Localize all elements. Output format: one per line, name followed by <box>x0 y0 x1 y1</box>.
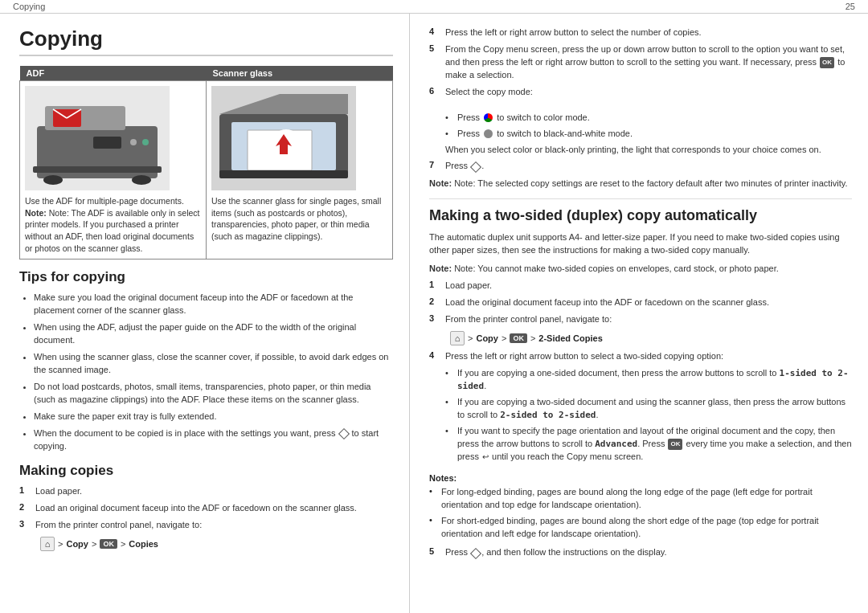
duplex-intro: The automatic duplex unit supports A4- a… <box>429 231 852 257</box>
duplex-step4: 4 Press the left or right arrow button t… <box>429 350 852 467</box>
top-bar-right: 25 <box>845 2 855 11</box>
duplex-home-icon: ⌂ <box>450 331 465 345</box>
duplex-title: Making a two-sided (duplex) copy automat… <box>429 207 852 224</box>
ok-badge-step5: OK <box>820 57 834 68</box>
making-copies-title: Making copies <box>19 463 393 479</box>
left-column: Copying ADF Scanner glass <box>0 14 410 613</box>
duplex-nav-path: ⌂ > Copy > OK > 2-Sided Copies <box>429 331 852 345</box>
diamond-icon-duplex-step5 <box>470 547 481 558</box>
right-step6: 6 Select the copy mode: • Press to switc… <box>429 86 852 157</box>
diamond-icon-tip <box>338 428 349 439</box>
col1-caption: Use the ADF for multiple-page documents. <box>25 195 201 207</box>
tips-list: Make sure you load the original document… <box>19 292 393 452</box>
output-tray <box>33 166 162 173</box>
right-column: 4 Press the left or right arrow button t… <box>410 14 868 613</box>
tip-1: Make sure you load the original document… <box>34 292 393 317</box>
step6-bullet2: • Press to switch to black-and-white mod… <box>445 128 852 141</box>
page-title: Copying <box>19 27 393 56</box>
right-step5: 5 From the Copy menu screen, press the u… <box>429 43 852 82</box>
ctrl-dot1 <box>130 139 137 145</box>
page-container: Copying 25 Copying ADF Scanner glass <box>0 0 868 613</box>
adf-printer-svg <box>29 90 166 186</box>
tip-4: Do not load postcards, photos, small ite… <box>34 381 393 407</box>
scanner-lid <box>219 94 348 114</box>
copies-step1: 1 Load paper. <box>19 485 393 498</box>
ctrl-dot2 <box>142 139 149 145</box>
home-icon: ⌂ <box>40 537 55 551</box>
top-bar: Copying 25 <box>0 0 868 14</box>
step6-bullet1: • Press to switch to color mode. <box>445 112 852 125</box>
duplex-note1: Note: Note: You cannot make two-sided co… <box>429 262 852 276</box>
duplex-step1: 1 Load paper. <box>429 280 852 292</box>
col2-image-cell: Use the scanner glass for single pages, … <box>207 81 393 260</box>
duplex-note2-item: • For short-edged binding, pages are bou… <box>429 515 852 541</box>
right-step4: 4 Press the left or right arrow button t… <box>429 27 852 39</box>
duplex-step3: 3 From the printer control panel, naviga… <box>429 313 852 326</box>
tip-6: When the document to be copied is in pla… <box>34 427 393 453</box>
col2-caption: Use the scanner glass for single pages, … <box>211 195 387 243</box>
duplex-bullet1: • If you are copying a one-sided documen… <box>445 367 852 393</box>
copies-nav-path: ⌂ > Copy > OK > Copies <box>19 537 393 551</box>
image-table: ADF Scanner glass <box>19 66 393 260</box>
adf-printer-image <box>25 86 170 190</box>
duplex-step2: 2 Load the original document faceup into… <box>429 296 852 309</box>
bw-mode-icon <box>484 129 493 138</box>
duplex-step5: 5 Press , and then follow the instructio… <box>429 546 852 559</box>
copies-step3: 3 From the printer control panel, naviga… <box>19 519 393 532</box>
top-bar-left: Copying <box>13 2 45 11</box>
ok-badge-duplex: OK <box>668 439 682 450</box>
scanner-image <box>211 86 356 190</box>
content-area: Copying ADF Scanner glass <box>0 14 868 613</box>
duplex-note1-item: • For long-edged binding, pages are boun… <box>429 486 852 512</box>
col2-header: Scanner glass <box>207 66 393 81</box>
display <box>93 137 121 149</box>
wheel2 <box>132 175 151 185</box>
undo-icon: ↩ <box>482 452 489 464</box>
step7-note: Note: Note: The selected copy settings a… <box>429 177 852 190</box>
col1-image-cell: Use the ADF for multiple-page documents.… <box>20 81 207 260</box>
section-divider <box>429 198 852 199</box>
copies-step2: 2 Load an original document faceup into … <box>19 502 393 515</box>
wheel1 <box>43 175 63 185</box>
color-mode-icon <box>484 113 493 122</box>
duplex-notes: Notes: • For long-edged binding, pages a… <box>429 473 852 541</box>
scanner-svg <box>215 90 352 186</box>
tip-2: When using the ADF, adjust the paper gui… <box>34 321 393 347</box>
tips-title: Tips for copying <box>19 269 393 285</box>
duplex-bullet3: • If you want to specify the page orient… <box>445 425 852 464</box>
diamond-icon-step7 <box>470 161 481 172</box>
col1-note: Note: Note: The ADF is available only in… <box>25 207 201 255</box>
control-strip <box>219 170 348 178</box>
right-step7: 7 Press . <box>429 160 852 173</box>
duplex-bullet2: • If you are copying a two-sided documen… <box>445 396 852 422</box>
col1-header: ADF <box>20 66 207 81</box>
tip-3: When using the scanner glass, close the … <box>34 351 393 377</box>
tip-5: Make sure the paper exit tray is fully e… <box>34 411 393 423</box>
